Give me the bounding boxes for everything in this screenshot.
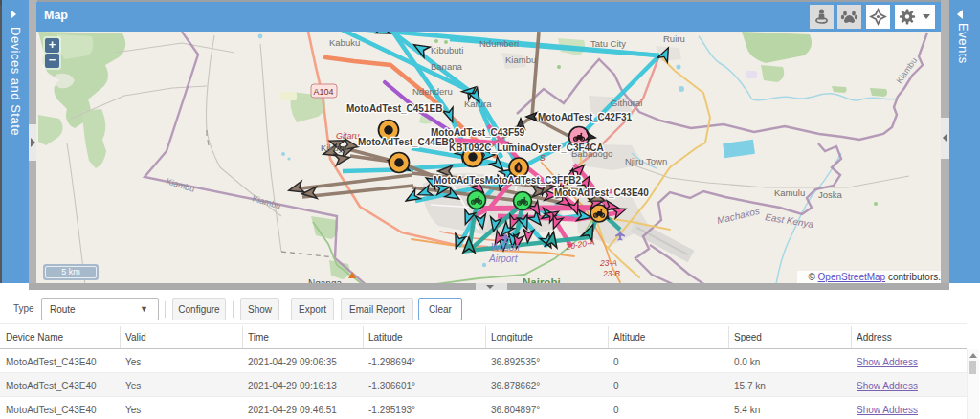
svg-text:Joska: Joska	[818, 189, 843, 200]
svg-text:Airport: Airport	[488, 254, 519, 264]
svg-text:Wilson: Wilson	[491, 242, 520, 253]
svg-text:Ruiru: Ruiru	[663, 33, 685, 44]
svg-text:Nairobi: Nairobi	[523, 276, 561, 283]
svg-text:MotoAdTest_C43E40: MotoAdTest_C43E40	[554, 187, 649, 198]
svg-text:Githurai: Githurai	[611, 98, 642, 108]
svg-text:Kikuyu: Kikuyu	[321, 143, 348, 153]
svg-text:MotoAdTesMotoAdTest_C3FFB2: MotoAdTesMotoAdTest_C3FFB2	[434, 175, 582, 186]
svg-text:Ndenderu: Ndenderu	[412, 86, 453, 97]
svg-text:Kiambu: Kiambu	[505, 55, 536, 65]
svg-text:A104: A104	[313, 87, 333, 97]
svg-text:Kabuku: Kabuku	[329, 37, 360, 48]
svg-text:S: S	[540, 153, 546, 163]
svg-text:MotoAdTest_C42F31: MotoAdTest_C42F31	[538, 112, 633, 122]
svg-text:Njiru Town: Njiru Town	[625, 156, 667, 166]
svg-text:Ndumberi: Ndumberi	[479, 38, 519, 49]
svg-text:Banana: Banana	[431, 61, 462, 72]
svg-text:23-A: 23-A	[599, 258, 617, 268]
svg-text:MotoAdTest_C44EB9: MotoAdTest_C44EB9	[358, 137, 455, 147]
svg-text:Kibubuti: Kibubuti	[431, 45, 463, 55]
svg-text:23-B: 23-B	[602, 269, 620, 278]
svg-text:Kamulu: Kamulu	[774, 187, 805, 198]
svg-text:KBT092C_LuminaOyster_C3F4CA: KBT092C_LuminaOyster_C3F4CA	[449, 143, 604, 153]
svg-text:MotoAdTest_C451EB: MotoAdTest_C451EB	[346, 103, 442, 114]
svg-text:Gitaru: Gitaru	[336, 131, 360, 141]
svg-text:Karura: Karura	[464, 99, 492, 109]
svg-text:Tatu City: Tatu City	[590, 38, 626, 49]
